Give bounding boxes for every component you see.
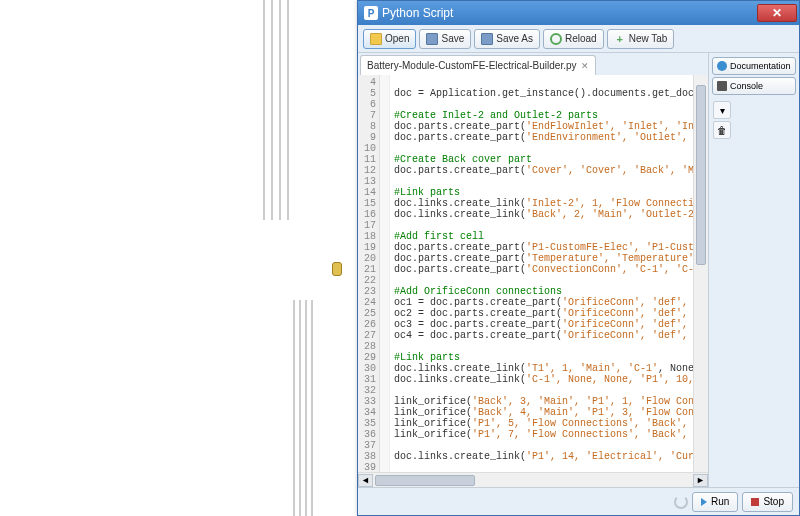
open-button[interactable]: Open	[363, 29, 416, 49]
python-app-icon: P	[364, 6, 378, 20]
close-button[interactable]: ✕	[757, 4, 797, 22]
save-label: Save	[441, 33, 464, 44]
save-as-label: Save As	[496, 33, 533, 44]
chevron-down-icon: ▾	[720, 105, 725, 116]
code-content[interactable]: doc = Application.get_instance().documen…	[390, 75, 693, 472]
run-label: Run	[711, 496, 729, 507]
plus-icon: +	[614, 33, 626, 45]
console-icon	[717, 81, 727, 91]
reload-label: Reload	[565, 33, 597, 44]
scroll-left-arrow[interactable]: ◄	[358, 474, 373, 487]
python-script-window: P Python Script ✕ Open Save Save As Relo…	[357, 0, 800, 516]
file-tab-label: Battery-Module-CustomFE-Electrical-Build…	[367, 60, 577, 71]
titlebar[interactable]: P Python Script ✕	[358, 1, 799, 25]
background-canvas	[0, 0, 360, 516]
spinner-icon	[674, 495, 688, 509]
save-button[interactable]: Save	[419, 29, 471, 49]
reload-button[interactable]: Reload	[543, 29, 604, 49]
new-tab-button[interactable]: + New Tab	[607, 29, 675, 49]
window-title: Python Script	[382, 6, 757, 20]
delete-tool[interactable]: 🗑	[713, 121, 731, 139]
scroll-right-arrow[interactable]: ►	[693, 474, 708, 487]
scrollbar-thumb[interactable]	[375, 475, 475, 486]
console-label: Console	[730, 81, 763, 91]
pin-marker-icon	[332, 262, 342, 276]
horizontal-scrollbar[interactable]: ◄ ►	[358, 472, 708, 487]
close-icon: ✕	[772, 6, 782, 20]
folder-open-icon	[370, 33, 382, 45]
decorative-lines-bottom	[293, 300, 323, 516]
editor-pane: Battery-Module-CustomFE-Electrical-Build…	[358, 53, 709, 487]
decorative-lines-top	[263, 0, 303, 220]
tabbar: Battery-Module-CustomFE-Electrical-Build…	[358, 53, 708, 75]
toolbar: Open Save Save As Reload + New Tab	[358, 25, 799, 53]
save-as-button[interactable]: Save As	[474, 29, 540, 49]
stop-label: Stop	[763, 496, 784, 507]
file-tab[interactable]: Battery-Module-CustomFE-Electrical-Build…	[360, 55, 596, 75]
run-button[interactable]: Run	[692, 492, 738, 512]
documentation-tab[interactable]: Documentation	[712, 57, 796, 75]
reload-icon	[550, 33, 562, 45]
stop-icon	[751, 498, 759, 506]
code-editor[interactable]: 4 5 6 7 8 9 10 11 12 13 14 15 16 17 18 1…	[358, 75, 708, 472]
vertical-scrollbar[interactable]	[693, 75, 708, 472]
dropdown-tool[interactable]: ▾	[713, 101, 731, 119]
footer: Run Stop	[358, 487, 799, 515]
play-icon	[701, 498, 707, 506]
tab-close-icon[interactable]: ✕	[581, 61, 589, 71]
open-label: Open	[385, 33, 409, 44]
console-tab[interactable]: Console	[712, 77, 796, 95]
floppy-icon	[426, 33, 438, 45]
scrollbar-thumb[interactable]	[696, 85, 706, 265]
floppy-icon	[481, 33, 493, 45]
trash-icon: 🗑	[717, 125, 727, 136]
stop-button[interactable]: Stop	[742, 492, 793, 512]
new-tab-label: New Tab	[629, 33, 668, 44]
line-number-gutter: 4 5 6 7 8 9 10 11 12 13 14 15 16 17 18 1…	[358, 75, 380, 472]
side-pane: Documentation Console ▾ 🗑	[709, 53, 799, 487]
fold-column[interactable]	[380, 75, 390, 472]
help-icon	[717, 61, 727, 71]
documentation-label: Documentation	[730, 61, 791, 71]
